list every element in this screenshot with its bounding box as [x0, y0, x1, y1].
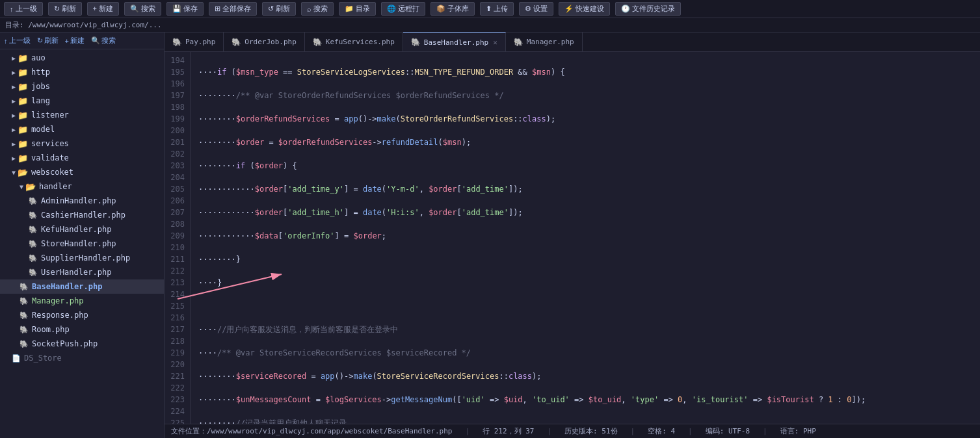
- php-file-icon: 🐘: [29, 240, 38, 248]
- code-line: ········$serviceRecored = app()->make(St…: [198, 370, 980, 382]
- save-all-button[interactable]: ⊞ 全部保存: [209, 2, 257, 16]
- position-status: 行 212，列 37: [483, 426, 534, 436]
- tab-pay[interactable]: 🐘 Pay.php: [165, 32, 224, 51]
- sidebar-item-handler[interactable]: ▼ 📂 handler: [0, 179, 164, 194]
- sidebar-actions-bar: ↑ 上一级 ↻ 刷新 + 新建 🔍 搜索: [0, 32, 164, 49]
- sidebar-item-auo[interactable]: ▶ 📁 auo: [0, 51, 164, 65]
- remote-button[interactable]: 🌐 远程打: [381, 2, 425, 16]
- sidebar-item-label: UserHandler.php: [41, 268, 111, 277]
- sidebar-item-label: CashierHandler.php: [41, 211, 126, 220]
- sidebar-item-supplierhandler[interactable]: 🐘 SupplierHandler.php: [0, 251, 164, 265]
- folder-open-icon: 📂: [25, 182, 36, 192]
- tab-kefuservices[interactable]: 🐘 KefuServices.php: [305, 32, 403, 51]
- sidebar-item-cashierhandler[interactable]: 🐘 CashierHandler.php: [0, 208, 164, 222]
- sidebar-item-label: SupplierHandler.php: [41, 253, 130, 263]
- code-line: ············$order['add_time_h'] = date(…: [198, 207, 980, 218]
- save-button[interactable]: 💾 保存: [166, 2, 204, 16]
- folder-icon: 📁: [18, 153, 28, 163]
- encoding-status: 编码: UTF-8: [706, 426, 750, 436]
- sidebar-new-button[interactable]: + 新建: [65, 36, 85, 45]
- sidebar-item-label: DS_Store: [24, 354, 62, 363]
- dir-button[interactable]: 📁 目录: [339, 2, 376, 16]
- space-status: 空格: 4: [648, 426, 675, 436]
- refresh2-button[interactable]: ↺ 刷新: [262, 2, 296, 16]
- settings-button[interactable]: ⚙ 设置: [519, 2, 553, 16]
- sidebar-item-basehandler[interactable]: 🐘 BaseHandler.php: [0, 279, 164, 294]
- sidebar-item-userhandler[interactable]: 🐘 UserHandler.php: [0, 265, 164, 279]
- sidebar-item-http[interactable]: ▶ 📁 http: [0, 65, 164, 79]
- sidebar-search-button[interactable]: 🔍 搜索: [91, 36, 116, 45]
- sidebar-item-socketpush[interactable]: 🐘 SocketPush.php: [0, 337, 164, 351]
- sidebar-item-listener[interactable]: ▶ 📁 listener: [0, 108, 164, 122]
- tab-orderjob[interactable]: 🐘 OrderJob.php: [224, 32, 304, 51]
- sidebar-item-services[interactable]: ▶ 📁 services: [0, 136, 164, 151]
- toolbar: ↑ 上一级 ↻ 刷新 + 新建 🔍 搜索 💾 保存 ⊞ 全部保存 ↺ 刷新 ⌕ …: [0, 0, 980, 18]
- sidebar-item-kefuhandler[interactable]: 🐘 KefuHandler.php: [0, 222, 164, 237]
- code-line: ····}: [198, 277, 980, 289]
- code-line: ············$data['orderInfo'] = $order;: [198, 230, 980, 242]
- sidebar-item-room[interactable]: 🐘 Room.php: [0, 322, 164, 337]
- sidebar-item-lang[interactable]: ▶ 📁 lang: [0, 94, 164, 108]
- editor-wrapper: 🐘 Pay.php 🐘 OrderJob.php 🐘 KefuServices.…: [165, 32, 980, 438]
- tab-manager[interactable]: 🐘 Manager.php: [506, 32, 583, 51]
- folder-icon: 📁: [18, 53, 28, 63]
- tab-basehandler[interactable]: 🐘 BaseHandler.php ✕: [403, 32, 506, 51]
- chevron-right-icon: ▶: [12, 69, 16, 76]
- chevron-right-icon: ▶: [12, 155, 16, 162]
- sidebar-item-response[interactable]: 🐘 Response.php: [0, 308, 164, 322]
- sidebar-wrapper: ↑ 上一级 ↻ 刷新 + 新建 🔍 搜索 ▶ 📁 auo ▶ 📁 http: [0, 32, 165, 438]
- up-button[interactable]: ↑ 上一级: [4, 2, 43, 16]
- history-button[interactable]: 🕐 文件历史记录: [615, 2, 681, 16]
- sidebar-item-dsstore[interactable]: 📄 DS_Store: [0, 351, 164, 365]
- sidebar: ▶ 📁 auo ▶ 📁 http ▶ 📁 jobs: [0, 49, 165, 365]
- folder-icon: 📁: [18, 125, 28, 135]
- chevron-right-icon: ▶: [12, 83, 16, 90]
- chevron-right-icon: ▶: [12, 55, 16, 62]
- sidebar-item-jobs[interactable]: ▶ 📁 jobs: [0, 79, 164, 94]
- new-button[interactable]: + 新建: [87, 2, 119, 16]
- quick-button[interactable]: ⚡ 快速建设: [559, 2, 610, 16]
- sidebar-item-manager[interactable]: 🐘 Manager.php: [0, 294, 164, 308]
- sidebar-item-validate[interactable]: ▶ 📁 validate: [0, 151, 164, 165]
- code-line: ········//记录当前用户和他人聊天记录: [198, 417, 980, 424]
- file-path-status: 文件位置：/www/wwwroot/vip_dlwcyj.com/app/web…: [171, 426, 453, 436]
- sidebar-item-webscoket[interactable]: ▼ 📂 webscoket: [0, 165, 164, 179]
- php-file-icon: 🐘: [20, 297, 29, 305]
- sidebar-item-label: services: [31, 139, 69, 148]
- sidebar-item-label: Room.php: [32, 325, 70, 334]
- php-file-icon: 🐘: [29, 197, 38, 205]
- sidebar-item-label: KefuHandler.php: [41, 225, 111, 234]
- code-line: [198, 300, 980, 312]
- sidebar-item-adminhandler[interactable]: 🐘 AdminHandler.php: [0, 194, 164, 208]
- folder-icon: 📁: [18, 139, 28, 149]
- php-file-icon: 🐘: [29, 225, 38, 234]
- folder-icon: 📁: [18, 82, 28, 92]
- chevron-right-icon: ▶: [12, 140, 16, 148]
- code-line: ········$order = $orderRefundServices->r…: [198, 136, 980, 148]
- sidebar-refresh-button[interactable]: ↻ 刷新: [37, 36, 59, 45]
- close-tab-icon[interactable]: ✕: [493, 38, 497, 47]
- refresh-button[interactable]: ↻ 刷新: [48, 2, 82, 16]
- chevron-right-icon: ▶: [12, 112, 16, 119]
- code-line: ········if ($order) {: [198, 160, 980, 172]
- search-button[interactable]: 🔍 搜索: [124, 2, 161, 16]
- sidebar-item-model[interactable]: ▶ 📁 model: [0, 122, 164, 136]
- sidebar-item-label: Manager.php: [32, 296, 83, 305]
- breadcrumb: 目录: /www/wwwroot/vip_dlwcyj.com/...: [0, 18, 980, 32]
- line-numbers: 194 195 196 197 198 199 200 201 202 203 …: [165, 52, 191, 424]
- folder-icon: 📁: [18, 110, 28, 120]
- upload-button[interactable]: ⬆ 上传: [480, 2, 514, 16]
- sidebar-item-label: handler: [39, 182, 72, 191]
- sidebar-item-label: validate: [31, 153, 69, 162]
- php-file-icon: 🐘: [20, 326, 29, 334]
- folder-icon: 📁: [18, 68, 28, 77]
- editor-area[interactable]: 194 195 196 197 198 199 200 201 202 203 …: [165, 52, 980, 424]
- sidebar-item-storehandler[interactable]: 🐘 StoreHandler.php: [0, 237, 164, 251]
- code-content[interactable]: ····if ($msn_type == StoreServiceLogServ…: [191, 52, 980, 424]
- search2-button[interactable]: ⌕ 搜索: [301, 2, 334, 16]
- sidebar-item-label: AdminHandler.php: [41, 196, 116, 205]
- sub-button[interactable]: 📦 子体库: [430, 2, 475, 16]
- sidebar-up-button[interactable]: ↑ 上一级: [4, 36, 31, 45]
- sidebar-item-label: http: [31, 68, 50, 77]
- php-file-icon: 🐘: [20, 283, 29, 291]
